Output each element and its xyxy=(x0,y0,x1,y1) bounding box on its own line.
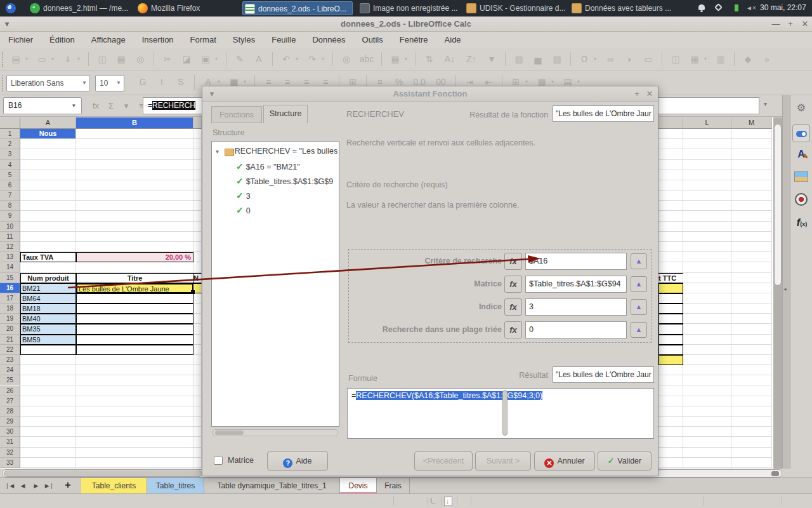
cell-C25[interactable] xyxy=(193,375,202,385)
row-header-33[interactable]: 33 xyxy=(0,458,20,468)
cell-L23[interactable] xyxy=(683,355,731,365)
insert-image-icon[interactable]: ▨ xyxy=(511,51,527,67)
cell-A33[interactable] xyxy=(20,458,76,468)
tab-structure[interactable]: Structure xyxy=(263,105,308,123)
cell-C17[interactable] xyxy=(193,293,202,304)
notification-bell-icon[interactable] xyxy=(698,4,705,12)
cell-C7[interactable] xyxy=(193,190,202,201)
param-shrink-button[interactable]: ▲ xyxy=(631,276,647,292)
redo-icon[interactable]: ↷ xyxy=(304,51,320,67)
last-sheet-icon[interactable]: ▶❘ xyxy=(44,478,55,493)
cell-M24[interactable] xyxy=(731,365,772,375)
column-header-M[interactable]: M xyxy=(731,117,772,129)
grid-corner[interactable] xyxy=(0,117,20,129)
cell-M16[interactable] xyxy=(731,283,772,293)
cell-A31[interactable] xyxy=(20,437,76,447)
cell-K12[interactable] xyxy=(658,242,683,252)
cell-B21[interactable] xyxy=(76,335,193,345)
cell-C11[interactable] xyxy=(193,232,202,242)
menu-fichier[interactable]: Fichier xyxy=(0,32,41,48)
cell-B31[interactable] xyxy=(76,437,193,447)
taskbar-item[interactable]: Mozilla Firefox xyxy=(136,1,211,15)
cell-B6[interactable] xyxy=(76,180,193,190)
row-header-15[interactable]: 15 xyxy=(0,273,20,283)
cell-L6[interactable] xyxy=(683,180,731,190)
cell-K32[interactable] xyxy=(658,448,683,458)
cell-C31[interactable] xyxy=(193,437,202,447)
row-header-17[interactable]: 17 xyxy=(0,293,20,304)
row-header-7[interactable]: 7 xyxy=(0,190,20,201)
cell-A1[interactable]: Nous xyxy=(20,129,76,139)
cell-K30[interactable] xyxy=(658,427,683,437)
cell-M33[interactable] xyxy=(731,458,772,468)
cell-M25[interactable] xyxy=(731,375,772,385)
cell-C2[interactable] xyxy=(193,139,202,149)
cell-B14[interactable] xyxy=(76,262,193,272)
cell-B8[interactable] xyxy=(76,201,193,211)
cell-C32[interactable] xyxy=(193,448,202,458)
cell-C24[interactable] xyxy=(193,365,202,375)
cell-L10[interactable] xyxy=(683,222,731,232)
cell-A20[interactable]: BM35 xyxy=(20,324,76,334)
dialog-titlebar[interactable]: ▾Assistant Fonction+✕ xyxy=(202,86,658,102)
row-header-23[interactable]: 23 xyxy=(0,355,20,365)
row-header-1[interactable]: 1 xyxy=(0,129,20,139)
undo-icon-dropdown[interactable]: ▾ xyxy=(296,51,301,67)
cell-M11[interactable] xyxy=(731,232,772,242)
cell-C26[interactable] xyxy=(193,386,202,396)
help-button[interactable]: ?Aide xyxy=(267,451,328,471)
row-header-25[interactable]: 25 xyxy=(0,375,20,385)
cell-A22[interactable] xyxy=(20,345,76,355)
cell-A7[interactable] xyxy=(20,190,76,201)
cell-L18[interactable] xyxy=(683,304,731,314)
cell-B7[interactable] xyxy=(76,190,193,201)
cell-A24[interactable] xyxy=(20,365,76,375)
cell-L4[interactable] xyxy=(683,160,731,170)
navigator-icon[interactable] xyxy=(795,193,808,206)
cell-K3[interactable] xyxy=(658,149,683,159)
cell-M12[interactable] xyxy=(731,242,772,252)
cell-A5[interactable] xyxy=(20,170,76,180)
row-header-22[interactable]: 22 xyxy=(0,345,20,355)
cell-L25[interactable] xyxy=(683,375,731,385)
cell-C21[interactable] xyxy=(193,335,202,345)
battery-icon[interactable] xyxy=(734,4,739,12)
cell-M28[interactable] xyxy=(731,406,772,417)
param-input[interactable]: $Table_titres.$A$1:$G$94 xyxy=(525,276,627,293)
open-icon[interactable]: ▭ xyxy=(34,51,50,67)
cell-K9[interactable] xyxy=(658,211,683,221)
row-header-16[interactable]: 16 xyxy=(0,283,20,293)
cell-L5[interactable] xyxy=(683,170,731,180)
next-sheet-icon[interactable]: ▶ xyxy=(30,478,42,493)
expand-formula-bar-icon[interactable]: ▾ xyxy=(764,100,767,107)
previous-button[interactable]: <Précédent xyxy=(414,451,473,471)
cell-K29[interactable] xyxy=(658,417,683,427)
cell-L29[interactable] xyxy=(683,417,731,427)
column-header-B[interactable]: B xyxy=(76,117,193,129)
open-icon-dropdown[interactable]: ▾ xyxy=(51,51,57,67)
row-header-5[interactable]: 5 xyxy=(0,170,20,180)
row-header-10[interactable]: 10 xyxy=(0,222,20,232)
cell-A23[interactable] xyxy=(20,355,76,365)
cell-A9[interactable] xyxy=(20,211,76,221)
gallery-icon[interactable] xyxy=(794,171,808,182)
clock[interactable]: 30 mai, 22:07 xyxy=(760,3,806,12)
cell-L21[interactable] xyxy=(683,335,731,345)
undo-icon[interactable]: ↶ xyxy=(278,51,294,67)
sheet-tab-table-dynamique-table-titres-1[interactable]: Table dynamique_Table_titres_1 xyxy=(204,478,340,494)
cell-K31[interactable] xyxy=(658,437,683,447)
print-icon[interactable]: ▦ xyxy=(113,51,129,67)
sort-desc-icon[interactable]: Z↑ xyxy=(462,51,481,67)
cell-M8[interactable] xyxy=(731,201,772,211)
autofilter-icon[interactable]: ▼ xyxy=(483,51,500,67)
italic-icon[interactable]: I xyxy=(154,74,170,90)
new-document-icon[interactable]: ▤ xyxy=(8,51,24,67)
cell-M17[interactable] xyxy=(731,293,772,304)
vertical-scrollbar[interactable] xyxy=(773,117,782,469)
cell-K17[interactable] xyxy=(658,293,683,304)
properties-icon[interactable] xyxy=(792,124,810,142)
cell-K2[interactable] xyxy=(658,139,683,149)
menu-edition[interactable]: Édition xyxy=(41,32,83,48)
cell-C8[interactable] xyxy=(193,201,202,211)
menu-affichage[interactable]: Affichage xyxy=(83,32,134,48)
